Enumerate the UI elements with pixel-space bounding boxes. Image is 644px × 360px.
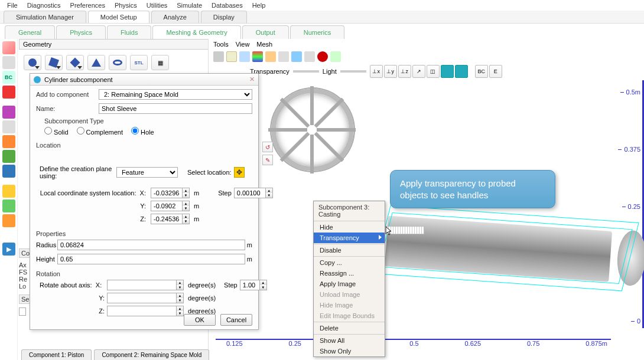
vp-icon-5[interactable] (265, 51, 276, 62)
tool-icon-2[interactable] (2, 56, 15, 69)
spinner[interactable]: ▲▼ (260, 280, 267, 290)
shape-prism-button[interactable] (66, 55, 84, 70)
ctx-show-all[interactable]: Show All (314, 335, 385, 346)
ctx-hide[interactable]: Hide (314, 222, 385, 233)
menu-simulate[interactable]: Simulate (172, 1, 207, 10)
tool-icon-10[interactable] (2, 199, 15, 212)
vp-menu-tools[interactable]: Tools (213, 41, 229, 48)
height-input[interactable] (57, 254, 245, 264)
dialog-titlebar[interactable]: Cylinder subcomponent ✕ (30, 74, 258, 86)
tab-analyze[interactable]: Analyze (151, 11, 199, 23)
bc-button[interactable]: BC (475, 65, 488, 78)
location-tool1-icon[interactable]: ↺ (262, 142, 273, 152)
tab-display[interactable]: Display (201, 11, 247, 23)
coord-x-input[interactable] (151, 188, 183, 198)
casting-model[interactable] (263, 80, 369, 186)
radius-input[interactable] (57, 240, 245, 250)
ctx-delete[interactable]: Delete (314, 323, 385, 333)
tool-icon-bc[interactable]: BC (2, 71, 15, 84)
cancel-button[interactable]: Cancel (220, 314, 252, 326)
tool-icon-8[interactable] (2, 165, 15, 178)
view-button-2[interactable]: ◫ (427, 65, 440, 78)
menu-databases[interactable]: Databases (207, 1, 248, 10)
tab-physics[interactable]: Physics (56, 25, 106, 39)
shape-cone-button[interactable] (87, 55, 105, 70)
spinner[interactable]: ▲▼ (183, 188, 190, 198)
tab-numerics[interactable]: Numerics (290, 25, 344, 39)
menu-diagnostics[interactable]: Diagnostics (22, 1, 66, 10)
tool-icon-11[interactable] (2, 214, 15, 227)
radio-hole[interactable]: Hole (131, 127, 154, 136)
tab-meshing-geometry[interactable]: Meshing & Geometry (152, 25, 240, 39)
ctx-reassign[interactable]: Reassign ... (314, 268, 385, 279)
step-input[interactable] (234, 188, 266, 198)
axis-xz-button[interactable]: ⊥y (384, 65, 397, 78)
component-tab-piston[interactable]: Component 1: Piston (21, 349, 92, 360)
spinner[interactable]: ▲▼ (177, 293, 184, 303)
coord-y-input[interactable] (151, 201, 183, 211)
vp-icon-2[interactable] (226, 51, 237, 62)
spinner[interactable]: ▲▼ (183, 214, 190, 224)
view-button-4[interactable] (455, 65, 468, 78)
tool-icon-3[interactable] (2, 86, 15, 99)
ctx-transparency[interactable]: Transparency (314, 233, 385, 243)
tab-general[interactable]: General (5, 25, 55, 39)
axis-xy-button[interactable]: ⊥x (370, 65, 383, 78)
spinner[interactable]: ▲▼ (266, 188, 273, 198)
light-slider[interactable] (340, 70, 366, 73)
vp-icon-1[interactable] (213, 51, 224, 62)
view-button-3[interactable] (441, 65, 454, 78)
spinner[interactable]: ▲▼ (183, 201, 190, 211)
spinner[interactable]: ▲▼ (177, 280, 184, 290)
vp-icon-9[interactable] (330, 51, 341, 62)
ctx-apply-image[interactable]: Apply Image (314, 279, 385, 289)
shape-sphere-button[interactable] (24, 55, 41, 70)
transparency-slider[interactable] (293, 70, 319, 73)
raster-button[interactable]: ▦ (151, 55, 169, 70)
ctx-show-only[interactable]: Show Only (314, 346, 385, 356)
shape-box-button[interactable] (45, 55, 63, 70)
creation-plane-select[interactable]: Feature (116, 167, 178, 178)
rot-y-input[interactable] (107, 293, 177, 303)
tool-icon-5[interactable] (2, 120, 15, 133)
menu-physics[interactable]: Physics (110, 1, 142, 10)
shot-sleeve-cylinder[interactable] (383, 208, 636, 302)
e-button[interactable]: E (489, 65, 502, 78)
vp-icon-8[interactable] (304, 51, 315, 62)
vp-icon-3[interactable] (239, 51, 250, 62)
menu-file[interactable]: File (2, 1, 22, 10)
tool-icon-7[interactable] (2, 150, 15, 163)
coord-z-input[interactable] (151, 214, 183, 224)
vp-menu-view[interactable]: View (236, 41, 250, 48)
ctx-disable[interactable]: Disable (314, 245, 385, 256)
ctx-copy[interactable]: Copy ... (314, 257, 385, 268)
tool-icon-1[interactable] (2, 41, 15, 54)
radio-solid[interactable]: Solid (44, 127, 69, 136)
tool-icon-9[interactable] (2, 185, 15, 198)
import-stl-button[interactable]: STL (130, 55, 148, 70)
menu-utilities[interactable]: Utilities (142, 1, 172, 10)
add-to-component-select[interactable]: 2: Remaining Space Mold (99, 89, 252, 100)
vp-menu-mesh[interactable]: Mesh (256, 41, 272, 48)
name-input[interactable] (99, 103, 252, 114)
radio-complement[interactable]: Complement (77, 127, 123, 136)
menu-preferences[interactable]: Preferences (66, 1, 110, 10)
select-location-button[interactable]: ✥ (234, 167, 245, 178)
axis-yz-button[interactable]: ⊥z (398, 65, 411, 78)
spinner[interactable]: ▲▼ (177, 306, 184, 316)
vp-icon-eye[interactable] (317, 51, 328, 62)
rot-step-input[interactable] (240, 280, 260, 290)
tool-icon-6[interactable] (2, 135, 15, 148)
tab-fluids[interactable]: Fluids (107, 25, 151, 39)
tool-icon-4[interactable] (2, 106, 15, 119)
tab-simulation-manager[interactable]: Simulation Manager (4, 11, 86, 23)
vp-icon-6[interactable] (278, 51, 289, 62)
component-tab-mold[interactable]: Component 2: Remaining Space Mold (94, 349, 209, 360)
tab-model-setup[interactable]: Model Setup (88, 11, 149, 23)
vp-icon-4[interactable] (252, 51, 263, 62)
tab-output[interactable]: Output (242, 25, 289, 39)
vp-icon-7[interactable] (291, 51, 302, 62)
rot-x-input[interactable] (107, 280, 177, 290)
shape-torus-button[interactable] (109, 55, 126, 70)
ok-button[interactable]: OK (184, 314, 216, 326)
